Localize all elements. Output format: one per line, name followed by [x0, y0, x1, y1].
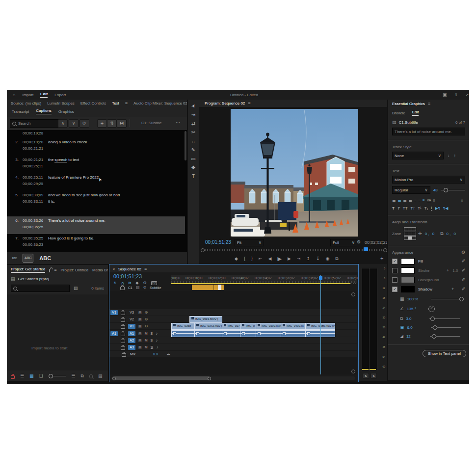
paragraph-space-icon[interactable]: = [414, 198, 417, 203]
caption-text[interactable]: the speech to text [48, 158, 79, 162]
track-height-handle[interactable] [351, 292, 355, 296]
caption-row-5[interactable]: 5. 00;00;30;09 00;00;33;11 and we need t… [7, 193, 185, 213]
sort-icon[interactable]: ☰ [71, 374, 75, 378]
caption-track-lock-icon[interactable] [120, 287, 125, 290]
timeline-horizontal-scrollbar[interactable] [112, 376, 211, 380]
caption-track-selector[interactable]: C1: Subtitle [141, 121, 161, 125]
caption-size-medium-button[interactable]: ABC [23, 254, 33, 263]
step-forward-icon[interactable]: ▶ [288, 257, 291, 261]
caption-size-small-button[interactable]: ABC [12, 257, 17, 260]
scrubber-end-handle[interactable] [383, 248, 387, 252]
freeform-view-icon[interactable]: ❏ [39, 374, 43, 378]
caption-text[interactable]: and we need to see just how good or bad [48, 193, 120, 197]
mute-button[interactable]: M [145, 339, 148, 342]
shadow-angle-dial[interactable] [428, 306, 435, 312]
solo-right-button[interactable]: S [370, 373, 377, 379]
shadow-checkbox[interactable]: ✓ [392, 287, 397, 292]
panel-menu-icon[interactable]: ≡ [428, 102, 430, 106]
font-dropdown[interactable]: Minion Pro ∨ [392, 176, 465, 184]
timeline-timecode[interactable]: 00;01;51;23 [113, 273, 142, 279]
sync-lock-icon[interactable]: ▤ [138, 324, 142, 328]
shadow-opacity-value[interactable]: 100 % [407, 297, 422, 301]
go-to-out-icon[interactable]: ⇥ [297, 257, 301, 261]
ltr-typing-icon[interactable]: ¶◀ [443, 206, 448, 211]
shadow-size-value[interactable]: 6.0 [407, 325, 422, 330]
position-y-value[interactable]: 0 [432, 232, 434, 236]
zoom-level-dropdown[interactable]: Fit ∨ [235, 239, 264, 246]
split-caption-button[interactable]: ⇅ [107, 119, 117, 128]
essential-graphics-tab[interactable]: Essential Graphics [392, 102, 425, 106]
font-style-dropdown[interactable]: Regular ∨ [392, 186, 430, 194]
fill-color-swatch[interactable] [401, 258, 415, 264]
mic-icon[interactable]: ♪ [156, 339, 158, 343]
fill-eyedropper-icon[interactable]: ✐ [461, 259, 465, 264]
timeline-audio-clip[interactable] [281, 330, 306, 337]
caption-track-name[interactable]: C1 [128, 286, 132, 290]
solo-left-button[interactable]: S [363, 373, 369, 379]
anchor-x-value[interactable]: 0 , [447, 232, 451, 236]
extract-icon[interactable]: ↧ [316, 257, 320, 261]
program-timecode[interactable]: 00;01;51;23 [205, 239, 231, 245]
panel-menu-icon[interactable]: ≡ [248, 101, 250, 106]
sync-lock-icon[interactable]: ▤ [138, 332, 142, 335]
razor-tool[interactable]: ✂ [188, 130, 199, 135]
find-icon[interactable] [89, 374, 93, 378]
quick-export-icon[interactable]: ⇪ [454, 93, 458, 97]
mix-level-value[interactable]: 0.0 [153, 352, 158, 356]
background-checkbox[interactable] [392, 277, 397, 283]
style-upload-icon[interactable]: ↑ [454, 154, 456, 158]
small-caps-icon[interactable]: Tᴛ [411, 206, 415, 211]
comparison-view-icon[interactable]: ⧉ [335, 257, 338, 261]
caption-track-eye-icon[interactable]: ⊙ [143, 286, 147, 290]
add-shadow-icon[interactable]: + [451, 287, 454, 291]
caption-search-input[interactable]: Search [10, 119, 59, 128]
font-size-value[interactable]: 48 [433, 188, 438, 192]
sync-lock-icon[interactable]: ▤ [138, 345, 142, 349]
add-marker-icon[interactable]: ◆ [235, 257, 238, 261]
hand-tool[interactable]: ✥ [188, 165, 199, 170]
track-lock-icon[interactable] [122, 353, 126, 357]
sequence-tab[interactable]: Sequence 02 [118, 267, 141, 271]
type-tool[interactable]: T [188, 174, 199, 179]
caption-text[interactable]: doing a video to check [48, 140, 87, 144]
caption-row-4[interactable]: 4. 00;00;25;11 00;00;29;25 feature of Pr… [7, 175, 185, 192]
timeline-clip-v2[interactable]: IMG_9993.MOV [ [189, 316, 222, 323]
work-area-bar[interactable] [171, 283, 350, 284]
track-height-handle[interactable] [351, 370, 355, 373]
caption-row-7[interactable]: 7. 00;00;35;25 00;00;36;23 How good is i… [7, 236, 185, 253]
mark-in-icon[interactable]: { [244, 257, 245, 261]
timeline-settings-wrench-icon[interactable]: ⚙ [143, 281, 146, 285]
thumbnail-zoom-slider[interactable] [49, 376, 66, 376]
snap-icon[interactable]: ∪ [121, 281, 124, 285]
program-scrubber[interactable] [205, 249, 383, 251]
caption-clip[interactable] [207, 285, 214, 290]
scrubber-start-handle[interactable] [201, 248, 205, 252]
menu-edit[interactable]: Edit [40, 92, 48, 98]
style-download-icon[interactable]: ↓ [448, 154, 450, 158]
align-left-icon[interactable]: ☰ [392, 198, 396, 203]
mute-button[interactable]: M [145, 345, 148, 349]
caption-size-large-button[interactable]: ABC [39, 255, 51, 261]
refresh-button[interactable]: ⟳ [79, 119, 89, 128]
playback-resolution-dropdown[interactable]: Full ∨ [330, 239, 357, 246]
source-patch-a1[interactable]: A1 [110, 331, 118, 336]
caption-text-field[interactable]: There's a lot of noise around me. [392, 128, 465, 135]
caption-clip[interactable] [192, 285, 201, 290]
tab-ruler-icon[interactable]: ⍙ [461, 198, 463, 203]
timeline-clip-v1[interactable]: IMG_0390.mov [ [256, 323, 281, 330]
track-select-forward-tool[interactable]: ⇥ [188, 112, 199, 117]
mic-icon[interactable]: ♪ [156, 332, 158, 336]
font-size-slider[interactable] [441, 190, 465, 190]
timeline-clip-v1[interactable]: IMG_0372.mov [V [194, 323, 222, 330]
shadow-blur-value[interactable]: 12 [406, 334, 421, 339]
list-view-icon[interactable]: ☰ [20, 374, 24, 378]
solo-button[interactable]: S [150, 339, 153, 342]
filter-bin-icon[interactable]: ▤ [74, 286, 78, 291]
button-editor-add-icon[interactable]: + [380, 256, 383, 261]
leading-icon[interactable]: ≡ [423, 198, 425, 203]
track-lock-icon[interactable] [121, 318, 125, 322]
linked-selection-icon[interactable]: ⧉ [129, 281, 132, 285]
track-eye-icon[interactable]: ⊙ [145, 311, 148, 315]
nested-sequence-icon[interactable]: ✳ [113, 281, 117, 285]
menu-import[interactable]: Import [22, 93, 33, 97]
